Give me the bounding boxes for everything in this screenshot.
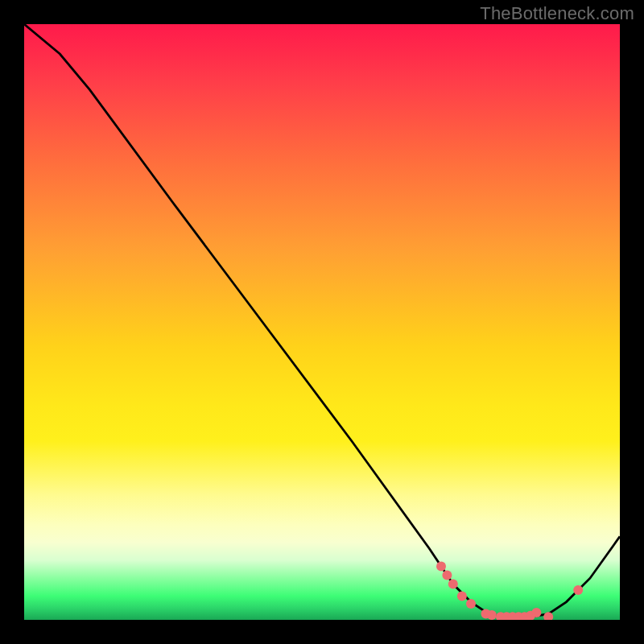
data-marker [543, 612, 553, 620]
chart-svg [24, 24, 620, 620]
watermark-text: TheBottleneck.com [480, 3, 634, 24]
data-marker [442, 571, 452, 580]
data-marker [457, 591, 467, 601]
data-marker [436, 561, 446, 571]
data-marker [487, 610, 497, 620]
bottleneck-curve [24, 24, 620, 617]
data-marker [573, 585, 583, 595]
chart-gradient-background [24, 24, 620, 620]
data-marker [531, 608, 541, 617]
data-marker [448, 580, 458, 589]
data-marker [466, 599, 476, 609]
